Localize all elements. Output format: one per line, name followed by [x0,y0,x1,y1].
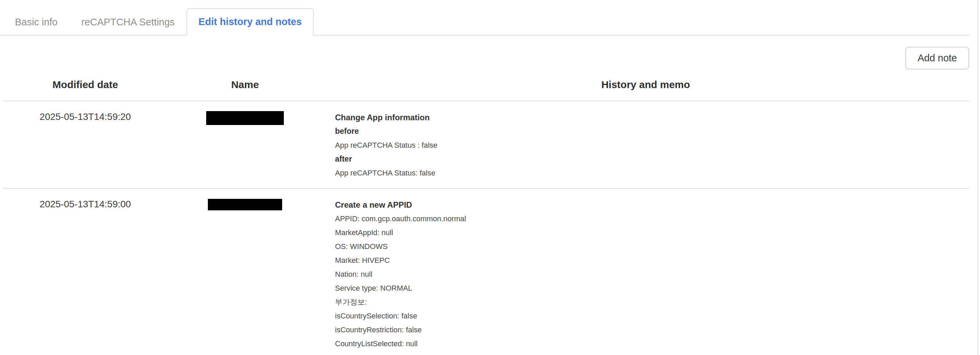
redacted-name-box [206,111,284,125]
history-title: Create a new APPID [335,198,969,212]
history-line: before [335,124,969,138]
history-line: App reCAPTCHA Status : false [335,138,969,152]
column-header-name: Name [168,79,322,90]
column-header-modified-date: Modified date [3,79,168,90]
tab-basic-info[interactable]: Basic info [3,8,70,36]
tab-bar: Basic info reCAPTCHA Settings Edit histo… [0,0,969,36]
history-line: Nation: null [335,267,969,281]
tab-recaptcha-settings[interactable]: reCAPTCHA Settings [70,8,187,36]
history-memo-cell: Create a new APPIDAPPID: com.gcp.oauth.c… [322,198,969,350]
panel-right-edge [978,0,978,355]
history-line: OS: WINDOWS [335,239,969,254]
table-row: 2025-05-13T14:59:00Create a new APPIDAPP… [3,189,969,355]
toolbar: Add note [3,36,969,70]
redacted-name-box [208,199,282,210]
table-row: 2025-05-13T14:59:20Change App informatio… [3,101,969,189]
history-line: Market: HIVEPC [335,254,969,267]
column-header-history-and-memo: History and memo [322,79,969,90]
edit-history-panel: Add note Modified date Name History and … [3,36,969,355]
modified-date-cell: 2025-05-13T14:59:00 [3,198,168,350]
history-line: isCountrySelection: false [335,309,969,323]
name-cell [168,110,322,180]
history-line: after [335,152,969,166]
table-body: 2025-05-13T14:59:20Change App informatio… [3,101,969,355]
history-table: Modified date Name History and memo 2025… [3,70,969,355]
add-note-button[interactable]: Add note [905,47,969,70]
name-cell [168,198,322,350]
history-memo-cell: Change App informationbeforeApp reCAPTCH… [322,110,969,180]
tab-edit-history-and-notes[interactable]: Edit history and notes [186,8,313,36]
history-line: Service type: NORMAL [335,281,969,295]
history-line: APPID: com.gcp.oauth.common.normal [335,212,969,226]
history-line: isCountryRestriction: false [335,323,969,337]
history-line: CountryListSelected: null [335,337,969,350]
history-line: 부가정보: [335,295,969,309]
history-line: MarketAppId: null [335,226,969,239]
history-line: App reCAPTCHA Status: false [335,166,969,180]
history-title: Change App information [335,111,969,124]
modified-date-cell: 2025-05-13T14:59:20 [3,110,168,180]
table-header-row: Modified date Name History and memo [3,70,969,101]
